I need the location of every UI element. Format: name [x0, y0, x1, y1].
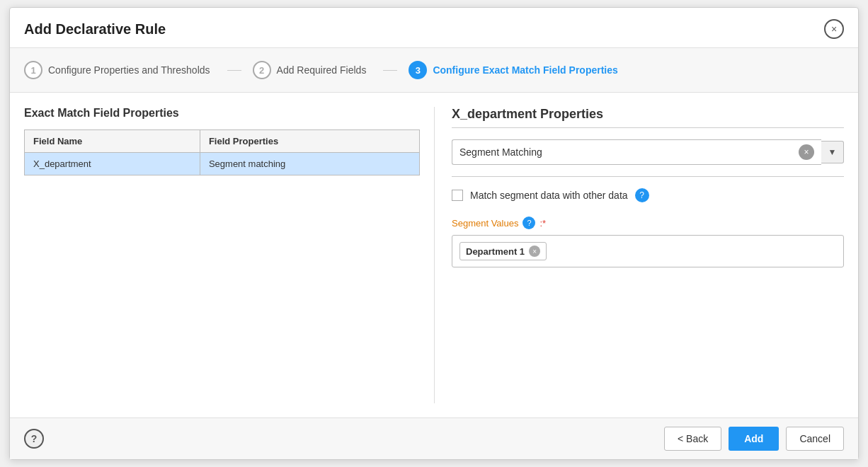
add-button[interactable]: Add	[729, 427, 779, 451]
add-declarative-rule-dialog: Add Declarative Rule × 1 Configure Prope…	[9, 7, 859, 460]
right-panel-title-bold: X_department	[452, 107, 537, 121]
dialog-header: Add Declarative Rule ×	[10, 8, 858, 48]
col-field-properties-header: Field Properties	[200, 130, 419, 153]
right-panel: X_department Properties Segment Matching…	[435, 107, 844, 403]
table-row[interactable]: X_department Segment matching	[25, 153, 420, 175]
step-3: 3 Configure Exact Match Field Properties	[409, 61, 634, 79]
right-panel-divider2	[452, 176, 844, 177]
left-panel-title: Exact Match Field Properties	[24, 107, 420, 120]
left-panel: Exact Match Field Properties Field Name …	[24, 107, 435, 403]
step-2: 2 Add Required Fields	[253, 61, 384, 79]
field-select-box[interactable]: Segment Matching ×	[452, 139, 821, 165]
step-3-circle: 3	[409, 61, 427, 79]
step-separator-2	[383, 70, 397, 71]
stepper: 1 Configure Properties and Thresholds 2 …	[10, 48, 858, 93]
right-panel-title: X_department Properties	[452, 107, 844, 122]
dialog-footer: ? < Back Add Cancel	[10, 417, 858, 459]
step-2-label: Add Required Fields	[277, 64, 367, 76]
segment-values-label-text: Segment Values	[452, 218, 518, 229]
dropdown-arrow-button[interactable]: ▼	[821, 141, 844, 163]
col-field-name-header: Field Name	[25, 130, 200, 153]
dialog-title: Add Declarative Rule	[24, 21, 166, 38]
field-name-cell: X_department	[25, 153, 200, 175]
match-segment-label: Match segment data with other data	[470, 190, 628, 201]
match-segment-checkbox[interactable]	[452, 190, 463, 201]
segment-values-input[interactable]: Department 1 ×	[452, 235, 844, 267]
field-select-value: Segment Matching	[459, 146, 794, 158]
step-1: 1 Configure Properties and Thresholds	[24, 61, 227, 79]
segment-values-label-row: Segment Values ? :*	[452, 217, 844, 229]
dialog-content: Exact Match Field Properties Field Name …	[10, 93, 858, 417]
field-table: Field Name Field Properties X_department…	[24, 129, 420, 175]
segment-values-required: :*	[539, 218, 546, 229]
checkbox-row: Match segment data with other data ?	[452, 188, 844, 202]
step-1-label: Configure Properties and Thresholds	[48, 64, 210, 76]
back-button[interactable]: < Back	[664, 427, 721, 451]
close-button[interactable]: ×	[824, 19, 844, 39]
footer-buttons: < Back Add Cancel	[664, 427, 844, 451]
footer-help-button[interactable]: ?	[24, 429, 44, 449]
match-segment-help-icon[interactable]: ?	[635, 188, 649, 202]
field-properties-cell: Segment matching	[200, 153, 419, 175]
step-separator-1	[227, 70, 241, 71]
right-panel-title-rest: Properties	[537, 107, 603, 121]
segment-values-help-icon[interactable]: ?	[522, 217, 535, 229]
step-2-circle: 2	[253, 61, 271, 79]
right-panel-divider	[452, 127, 844, 128]
cancel-button[interactable]: Cancel	[786, 427, 844, 451]
segment-tag-remove-button[interactable]: ×	[529, 246, 540, 257]
step-3-label: Configure Exact Match Field Properties	[433, 64, 617, 76]
clear-select-button[interactable]: ×	[799, 144, 814, 160]
step-1-circle: 1	[24, 61, 42, 79]
segment-tag: Department 1 ×	[459, 242, 547, 260]
segment-tag-value: Department 1	[466, 246, 525, 257]
field-select-row: Segment Matching × ▼	[452, 139, 844, 165]
